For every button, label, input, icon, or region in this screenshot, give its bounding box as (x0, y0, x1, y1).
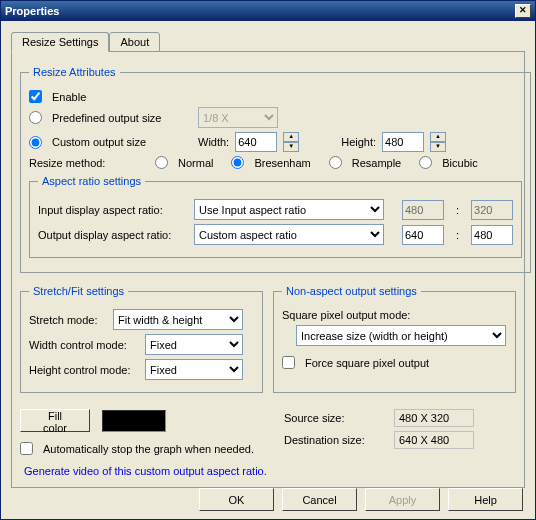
method-bicubic-radio[interactable] (419, 156, 432, 169)
resize-attributes-legend: Resize Attributes (29, 66, 120, 78)
method-bresenham-radio[interactable] (231, 156, 244, 169)
fill-color-button[interactable]: Fill color (20, 409, 90, 432)
output-aspect-select[interactable]: Custom aspect ratio (194, 224, 384, 245)
stretch-fit-legend: Stretch/Fit settings (29, 285, 128, 297)
stretch-fit-group: Stretch/Fit settings Stretch mode: Fit w… (20, 285, 263, 393)
width-input[interactable] (235, 132, 277, 152)
method-normal-radio[interactable] (155, 156, 168, 169)
autostop-label: Automatically stop the graph when needed… (43, 443, 254, 455)
aspect-ratio-group: Aspect ratio settings Input display aspe… (29, 175, 522, 258)
width-spinner[interactable]: ▲▼ (283, 132, 299, 152)
colon-label: : (450, 204, 465, 216)
down-icon[interactable]: ▼ (430, 142, 446, 152)
stretch-mode-select[interactable]: Fit width & height (113, 309, 243, 330)
input-aspect-select[interactable]: Use Input aspect ratio (194, 199, 384, 220)
up-icon[interactable]: ▲ (430, 132, 446, 142)
source-size-value: 480 X 320 (394, 409, 474, 427)
cancel-button[interactable]: Cancel (282, 488, 357, 511)
resize-method-label: Resize method: (29, 157, 149, 169)
height-control-select[interactable]: Fixed (145, 359, 243, 380)
width-control-select[interactable]: Fixed (145, 334, 243, 355)
stretch-mode-label: Stretch mode: (29, 314, 107, 326)
method-bresenham-label: Bresenham (254, 157, 310, 169)
aspect-ratio-legend: Aspect ratio settings (38, 175, 145, 187)
dialog-buttons: OK Cancel Apply Help (199, 488, 523, 511)
method-resample-radio[interactable] (329, 156, 342, 169)
titlebar: Properties ✕ (1, 1, 535, 21)
method-normal-label: Normal (178, 157, 213, 169)
destination-size-value: 640 X 480 (394, 431, 474, 449)
tab-panel: Resize Attributes Enable Predefined outp… (11, 51, 525, 488)
output-aspect-w[interactable] (402, 225, 444, 245)
ok-button[interactable]: OK (199, 488, 274, 511)
colon-label: : (450, 229, 465, 241)
input-aspect-w (402, 200, 444, 220)
square-pixel-label: Square pixel output mode: (282, 309, 410, 321)
force-square-label: Force square pixel output (305, 357, 429, 369)
tab-about[interactable]: About (109, 32, 160, 52)
window-title: Properties (5, 5, 59, 17)
output-aspect-h[interactable] (471, 225, 513, 245)
method-bicubic-label: Bicubic (442, 157, 477, 169)
destination-size-label: Destination size: (284, 434, 394, 446)
method-resample-label: Resample (352, 157, 402, 169)
apply-button[interactable]: Apply (365, 488, 440, 511)
fill-color-swatch[interactable] (102, 410, 166, 432)
height-control-label: Height control mode: (29, 364, 139, 376)
help-button[interactable]: Help (448, 488, 523, 511)
up-icon[interactable]: ▲ (283, 132, 299, 142)
height-input[interactable] (382, 132, 424, 152)
non-aspect-legend: Non-aspect output settings (282, 285, 421, 297)
autostop-checkbox[interactable] (20, 442, 33, 455)
enable-checkbox[interactable] (29, 90, 42, 103)
force-square-checkbox[interactable] (282, 356, 295, 369)
predefined-size-radio[interactable] (29, 111, 42, 124)
input-aspect-label: Input display aspect ratio: (38, 204, 188, 216)
non-aspect-group: Non-aspect output settings Square pixel … (273, 285, 516, 393)
predefined-size-select[interactable]: 1/8 X (198, 107, 278, 128)
square-pixel-select[interactable]: Increase size (width or height) (296, 325, 506, 346)
generate-video-link[interactable]: Generate video of this custom output asp… (24, 465, 267, 477)
predefined-size-label: Predefined output size (52, 112, 192, 124)
height-spinner[interactable]: ▲▼ (430, 132, 446, 152)
custom-size-radio[interactable] (29, 136, 42, 149)
tab-strip: Resize Settings About (11, 31, 525, 51)
height-label: Height: (341, 136, 376, 148)
down-icon[interactable]: ▼ (283, 142, 299, 152)
enable-label: Enable (52, 91, 86, 103)
tab-resize-settings[interactable]: Resize Settings (11, 32, 109, 52)
input-aspect-h (471, 200, 513, 220)
width-label: Width: (198, 136, 229, 148)
output-aspect-label: Output display aspect ratio: (38, 229, 188, 241)
close-button[interactable]: ✕ (515, 4, 531, 18)
properties-dialog: Properties ✕ Resize Settings About Resiz… (0, 0, 536, 520)
source-size-label: Source size: (284, 412, 394, 424)
width-control-label: Width control mode: (29, 339, 139, 351)
resize-attributes-group: Resize Attributes Enable Predefined outp… (20, 66, 531, 273)
custom-size-label: Custom output size (52, 136, 192, 148)
